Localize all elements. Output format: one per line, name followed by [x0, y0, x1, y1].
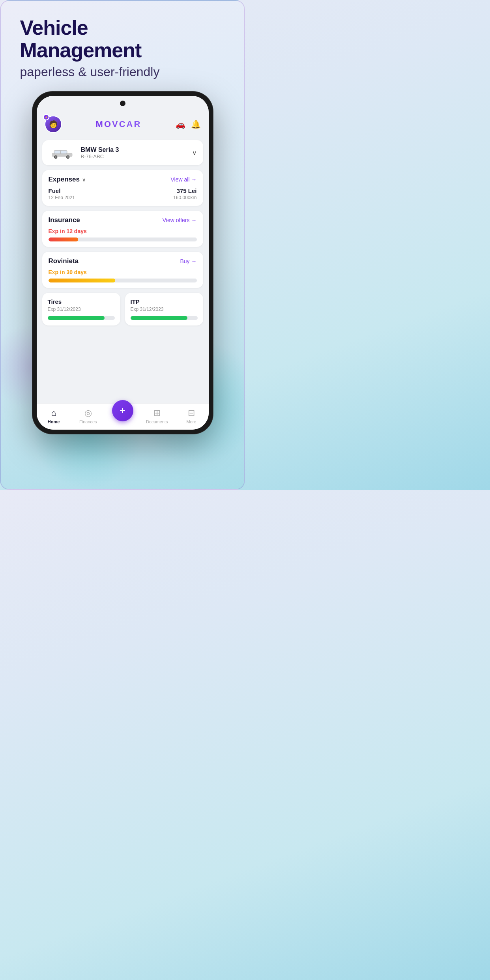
insurance-status: Exp in 12 days: [49, 228, 197, 234]
buy-link[interactable]: Buy →: [180, 258, 196, 264]
rovinieta-progress-bar: [49, 279, 197, 282]
expenses-title: Expenses: [49, 176, 80, 183]
car-info: BMW Seria 3 B-76-ABC: [49, 145, 119, 161]
more-icon: ⊟: [188, 408, 195, 418]
expense-km: 160.000km: [173, 195, 196, 200]
header-action-icons: 🚗 🔔: [176, 120, 201, 129]
itp-progress-fill: [131, 316, 188, 320]
star-badge: ★: [43, 114, 49, 120]
phone-screen: 🧑 ★ MOVCAR 🚗 🔔: [37, 96, 209, 430]
scroll-content: BMW Seria 3 B-76-ABC ∨ Expenses ∨: [37, 137, 209, 404]
itp-exp: Exp 31/12/2023: [131, 307, 198, 312]
car-illustration: [49, 147, 75, 159]
view-offers-label: View offers: [163, 217, 190, 223]
svg-point-5: [55, 156, 57, 158]
bell-icon[interactable]: 🔔: [191, 120, 201, 129]
insurance-title: Insurance: [49, 216, 80, 224]
bottom-nav: ⌂ Home ◎ Finances + ⊞ Documents ⊟ More: [37, 404, 209, 430]
tires-exp: Exp 31/12/2023: [48, 307, 115, 312]
view-all-label: View all: [171, 176, 190, 183]
insurance-header: Insurance View offers →: [49, 216, 197, 224]
buy-label: Buy: [180, 258, 189, 264]
rovinieta-title: Rovinieta: [49, 257, 79, 265]
avatar[interactable]: 🧑 ★: [45, 116, 62, 133]
arrow-right-icon: →: [191, 217, 197, 223]
rovinieta-card: Rovinieta Buy → Exp in 30 days: [42, 252, 203, 288]
nav-documents[interactable]: ⊞ Documents: [140, 408, 174, 424]
view-offers-link[interactable]: View offers →: [163, 217, 197, 223]
more-label: More: [186, 419, 196, 424]
nav-more[interactable]: ⊟ More: [174, 408, 208, 424]
header-subtitle: paperless & user-friendly: [20, 65, 225, 79]
rovinieta-status: Exp in 30 days: [49, 269, 197, 275]
home-icon: ⌂: [51, 408, 56, 418]
tires-progress-fill: [48, 316, 105, 320]
fab-wrap: +: [105, 411, 140, 421]
view-all-link[interactable]: View all →: [171, 176, 197, 183]
insurance-progress-fill: [49, 238, 78, 241]
itp-title: ITP: [131, 298, 198, 305]
insurance-card: Insurance View offers → Exp in 12 days: [42, 211, 203, 247]
camera-notch: [120, 101, 125, 106]
app-outer-wrapper: Vehicle Management paperless & user-frie…: [0, 0, 245, 490]
home-label: Home: [48, 419, 60, 424]
add-fab-button[interactable]: +: [112, 400, 133, 421]
expense-date: 12 Feb 2021: [49, 195, 75, 200]
expense-name: Fuel: [49, 187, 75, 194]
tires-title: Tires: [48, 298, 115, 305]
car-selector-card[interactable]: BMW Seria 3 B-76-ABC ∨: [42, 140, 203, 165]
app-logo: MOVCAR: [96, 119, 142, 129]
nav-home[interactable]: ⌂ Home: [37, 408, 71, 424]
expand-car-icon[interactable]: ∨: [192, 149, 197, 157]
expense-item: Fuel 12 Feb 2021 375 Lei 160.000km: [49, 187, 197, 200]
svg-rect-3: [61, 151, 67, 153]
rovinieta-header: Rovinieta Buy →: [49, 257, 197, 265]
tires-card: Tires Exp 31/12/2023: [42, 293, 120, 325]
car-name: BMW Seria 3: [81, 146, 119, 153]
svg-point-7: [67, 156, 69, 158]
phone-frame: 🧑 ★ MOVCAR 🚗 🔔: [32, 91, 213, 434]
arrow-right-icon: →: [191, 258, 197, 264]
expense-amount: 375 Lei: [173, 187, 196, 194]
header-title: Vehicle Management: [20, 17, 225, 62]
rovinieta-progress-fill: [49, 279, 115, 282]
car-plate: B-76-ABC: [81, 153, 119, 159]
tires-progress-bar: [48, 316, 115, 320]
documents-label: Documents: [146, 419, 168, 424]
nav-finances[interactable]: ◎ Finances: [71, 408, 105, 424]
arrow-right-icon: →: [191, 176, 197, 183]
car-image: [49, 145, 76, 161]
svg-rect-2: [54, 151, 60, 153]
expenses-dropdown-icon[interactable]: ∨: [82, 177, 86, 183]
car-icon[interactable]: 🚗: [176, 120, 185, 129]
itp-card: ITP Exp 31/12/2023: [125, 293, 203, 325]
expenses-card: Expenses ∨ View all → Fuel 12 Feb 2021: [42, 170, 203, 206]
two-col-cards: Tires Exp 31/12/2023 ITP Exp 31/12/2023: [42, 293, 203, 325]
expenses-title-wrap: Expenses ∨: [49, 176, 86, 183]
marketing-header: Vehicle Management paperless & user-frie…: [12, 1, 233, 87]
finances-icon: ◎: [84, 408, 92, 418]
documents-icon: ⊞: [153, 408, 161, 418]
insurance-progress-bar: [49, 238, 197, 241]
itp-progress-bar: [131, 316, 198, 320]
expenses-header: Expenses ∨ View all →: [49, 176, 197, 183]
finances-label: Finances: [79, 419, 97, 424]
